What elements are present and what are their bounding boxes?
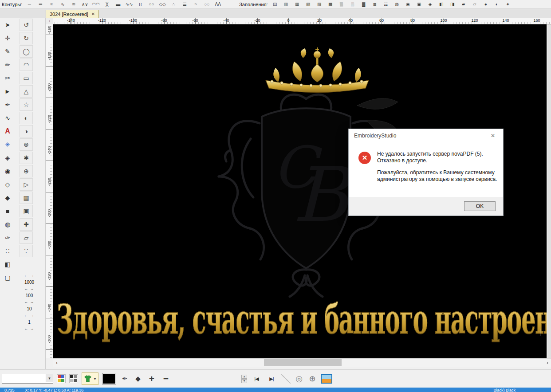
spacing-arrow-icon[interactable]: ← → [20,273,39,278]
close-icon[interactable]: ✕ [488,132,498,140]
rotate-cw-tool[interactable]: ↻ [20,32,33,44]
dots-tool[interactable]: ∷ [1,245,14,257]
cross-stitch-icon[interactable]: ╳ [102,0,112,8]
stem-stitch-icon[interactable]: ∿ [57,0,68,8]
contour-fill-icon[interactable]: ≣ [370,0,380,8]
horizontal-scrollbar[interactable]: ‹ › [53,358,551,367]
slow-redraw-icon[interactable] [281,374,291,384]
circle-grid-tool[interactable]: ⊕ [20,165,33,177]
dialog-title-bar[interactable]: EmbroideryStudio ✕ [349,129,503,142]
star-fill-icon[interactable]: ✦ [503,0,513,8]
needle-tool-icon[interactable]: ✒ [120,373,130,384]
spinner-up-icon[interactable]: ▲ [241,375,247,379]
hexagon-tool[interactable]: ◇ [1,178,14,191]
parallel-stitch-icon[interactable]: ☰ [179,0,190,8]
zoom-in-button[interactable]: + [146,373,157,384]
pearl-stitch-icon[interactable]: ○○ [146,0,157,8]
spacing-preset-10[interactable]: 10 [20,305,39,313]
jump-to-end-icon[interactable]: ▶| [266,376,277,382]
thread-select-combobox[interactable]: ▼ [2,374,53,384]
vertical-scrollbar-thumb[interactable] [547,24,551,358]
motif-run-icon[interactable]: ≋ [68,0,79,8]
stipple-tool[interactable]: ∵ [20,245,33,257]
spacing-arrow-icon[interactable]: ← → [20,286,39,292]
chevron-down-icon[interactable]: ▼ [93,377,97,381]
spacing-preset-1000[interactable]: 1000 [20,278,39,286]
thread-chart-icon[interactable] [69,374,78,383]
wreath-tool[interactable]: ⊛ [20,138,33,151]
run-stitch-icon[interactable]: ─ [24,0,35,8]
dot-stitch-icon[interactable]: ∴ [168,0,179,8]
wave-stitch-icon[interactable]: ∿∿ [124,0,134,8]
dense-fill-icon[interactable]: ▓ [358,0,369,8]
spacing-arrow-icon[interactable]: ← → [20,326,39,332]
monogram-tool[interactable]: ◈ [1,152,14,164]
outline-fill-icon[interactable]: ▱ [469,0,480,8]
crown-design[interactable] [251,47,384,96]
chevron-down-icon[interactable]: ▼ [46,374,53,382]
scroll-right-arrow[interactable]: › [544,359,551,367]
document-tab[interactable]: 3024 [Recovered] ✕ [46,10,99,18]
filled-shape-tool[interactable]: ■ [1,205,14,217]
ripple-fill-icon[interactable]: ☷ [381,0,391,8]
layout-tool[interactable]: ▣ [20,205,33,217]
design-window-icon[interactable] [321,374,332,384]
triple-run-icon[interactable]: ═ [35,0,46,8]
spacing-preset-1[interactable]: 1 [20,318,39,326]
spiral-fill-icon[interactable]: ◍ [392,0,402,8]
half-fill-left-icon[interactable]: ◧ [436,0,447,8]
transform-tool[interactable]: ▦ [20,192,33,204]
soft-run-icon[interactable]: ~ [190,0,201,8]
melange-fill-icon[interactable]: ▒ [336,0,347,8]
backstitch-icon[interactable]: ≈ [46,0,57,8]
horizontal-scrollbar-thumb[interactable] [264,359,342,366]
freehand-tool[interactable]: ∿ [1,112,14,124]
embroidered-text-object[interactable]: Здоровья, счастья и банного настроения! [57,295,547,343]
gray-circle-tool[interactable]: ◍ [1,218,14,231]
solid-fill-icon[interactable]: ● [480,0,491,8]
peak-stitch-icon[interactable]: ΛΛ [213,0,223,8]
play-tool[interactable]: ▷ [20,178,33,191]
team-names-tool[interactable]: ✳ [1,138,14,151]
select-object-tool[interactable]: ► [1,85,14,98]
lettering-tool[interactable]: A [1,125,14,137]
block-fill-icon[interactable]: ▰ [458,0,469,8]
closed-curve-tool[interactable]: ✏ [1,59,14,71]
polygon-tool[interactable]: ◆ [1,192,14,204]
ruler-origin-button[interactable]: + [46,18,54,25]
checker-tool[interactable]: ◧ [1,258,14,270]
rotate-ccw-tool[interactable]: ↺ [20,19,33,31]
grid-circle-icon[interactable]: ⊕ [307,373,317,384]
zoom-out-button[interactable]: − [161,373,171,384]
braid-stitch-icon[interactable]: ≀≀ [135,0,146,8]
radial-fill-icon[interactable]: ◉ [403,0,413,8]
triangle-tool[interactable]: △ [20,85,33,98]
spacing-arrow-icon[interactable]: ← → [20,313,39,318]
half-fill-right-icon[interactable]: ◨ [447,0,458,8]
satin-fill-icon[interactable]: ▥ [281,0,291,8]
bead-stitch-icon[interactable]: ◌◌ [201,0,212,8]
zigzag-stitch-icon[interactable]: ∧∨ [79,0,90,8]
step-fill-icon[interactable]: ▦ [292,0,303,8]
jump-to-start-icon[interactable]: |◀ [251,376,262,382]
square-fill-icon[interactable]: ▣ [414,0,425,8]
eyelet-tool[interactable]: ◉ [1,165,14,177]
needle-point-tool[interactable]: ✚ [20,218,33,231]
gradient-fill-icon[interactable]: ◐ [492,0,502,8]
knife-tool[interactable]: ✂ [1,72,14,84]
vertical-scrollbar[interactable] [547,24,551,358]
ok-button[interactable]: OK [464,201,496,211]
diamond-fill-icon[interactable]: ◈ [425,0,436,8]
scroll-left-arrow[interactable]: ‹ [53,359,60,367]
pointer-tool[interactable]: ➤ [1,19,14,31]
hoop-icon[interactable]: ◎ [294,373,304,384]
thread-select-input[interactable] [2,374,48,382]
spinner-down-icon[interactable]: ▼ [241,379,247,383]
diamond-stitch-icon[interactable]: ◇◇ [157,0,168,8]
reshape-tool[interactable]: ✛ [1,32,14,44]
rounded-rect-tool[interactable]: ▢ [1,271,14,284]
star-tool[interactable]: ☆ [20,98,33,111]
ellipse-tool[interactable]: ◯ [20,45,33,58]
applique-tool[interactable]: ▱ [20,231,33,244]
tab-close-icon[interactable]: ✕ [91,12,95,16]
